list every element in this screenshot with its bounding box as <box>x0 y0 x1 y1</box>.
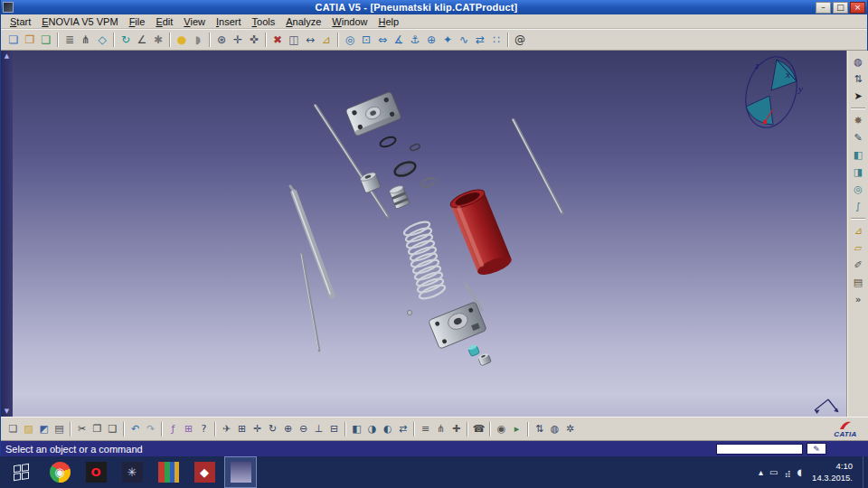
menu-item-edit[interactable]: Edit <box>150 15 178 28</box>
scroll-up-icon[interactable]: ▲ <box>5 52 9 60</box>
clash-analysis-icon[interactable]: ✖ <box>269 32 286 48</box>
fly-mode-icon[interactable]: ✈ <box>219 421 234 436</box>
action-center-icon[interactable]: ▭ <box>769 467 778 477</box>
catia-taskbar-button[interactable] <box>224 456 257 488</box>
media-player-icon[interactable]: ✳ <box>116 456 148 488</box>
vpm-save-icon[interactable]: ❏ <box>5 32 22 48</box>
graph-tree-icon[interactable]: ⋔ <box>78 32 94 48</box>
vpm-open-icon[interactable]: ❐ <box>22 32 38 48</box>
fitting-nut[interactable] <box>477 352 491 366</box>
title-bar[interactable]: CATIA V5 - [Pneumatski klip.CATProduct] … <box>1 0 867 14</box>
options-icon[interactable]: ✲ <box>562 421 578 436</box>
cut-icon[interactable]: ✂ <box>74 421 90 436</box>
shaft-icon[interactable]: ◎ <box>850 181 867 198</box>
browser-icon[interactable]: ◍ <box>547 421 562 436</box>
quick-constraint-icon[interactable]: ✦ <box>439 32 456 48</box>
measure-item-icon[interactable]: ▱ <box>850 239 867 257</box>
opera-icon[interactable]: O <box>80 456 112 488</box>
left-scrollbar[interactable]: ▲ ▼ <box>1 51 13 417</box>
player-icon[interactable]: ▸ <box>509 421 524 436</box>
taskbar-clock[interactable]: 4:10 14.3.2015. <box>808 461 856 483</box>
start-button[interactable] <box>0 456 42 488</box>
show-desktop-button[interactable] <box>863 456 867 488</box>
menu-item-start[interactable]: Start <box>5 15 36 28</box>
scroll-down-icon[interactable]: ▼ <box>5 408 9 415</box>
change-constraint-icon[interactable]: ⇄ <box>472 32 488 48</box>
component-list-icon[interactable]: ◇ <box>94 32 110 48</box>
show-hidden-icons-button[interactable]: ▴ <box>759 467 763 477</box>
enovia-connect-icon[interactable]: ◍ <box>850 53 867 70</box>
degrees-of-freedom-icon[interactable]: ∠ <box>134 32 150 48</box>
offset-constraint-icon[interactable]: ⇔ <box>374 32 391 48</box>
reframe-icon[interactable]: ✚ <box>448 421 464 436</box>
minimize-button[interactable]: – <box>816 2 831 14</box>
isometric-view-icon[interactable]: ◧ <box>349 421 364 436</box>
piston-rod[interactable] <box>290 186 332 296</box>
bottom-end-cap[interactable] <box>429 302 487 350</box>
cylinder-tube[interactable] <box>448 186 514 278</box>
rib-icon[interactable]: ∫ <box>850 198 867 215</box>
compass-origin-handle[interactable] <box>763 120 767 124</box>
pocket-icon[interactable]: ◨ <box>850 164 867 181</box>
formula-icon[interactable]: ƒ <box>165 421 181 436</box>
photo-library-icon[interactable] <box>152 456 184 488</box>
multi-view-icon[interactable]: ⊟ <box>326 421 342 436</box>
maximize-button[interactable]: □ <box>833 2 848 14</box>
fix-together-icon[interactable]: ⊕ <box>423 32 439 48</box>
view-compass[interactable]: z x y <box>738 51 805 134</box>
tie-rod-2[interactable] <box>513 119 562 213</box>
redo-icon[interactable]: ↷ <box>143 421 158 436</box>
menu-item-file[interactable]: File <box>124 15 151 28</box>
data-exchange-icon[interactable]: ⇅ <box>850 70 867 88</box>
command-pad-button[interactable]: ✎ <box>807 443 826 455</box>
graph-icon[interactable]: ≡ <box>418 421 433 436</box>
guide-rod[interactable] <box>301 254 319 351</box>
o-ring-small[interactable] <box>410 143 420 151</box>
vpm-work-icon[interactable]: ❑ <box>38 32 54 48</box>
washer-ring[interactable] <box>420 176 436 188</box>
catia-website-icon[interactable]: @ <box>512 32 528 48</box>
smart-move-icon[interactable]: ✛ <box>230 32 246 48</box>
air-fitting[interactable] <box>467 344 479 357</box>
copy-icon[interactable]: ❐ <box>90 421 105 436</box>
explode-assembly-icon[interactable]: ✸ <box>850 112 867 129</box>
open-icon[interactable]: ▨ <box>21 421 36 436</box>
mechanism-icon[interactable]: ✱ <box>150 32 166 48</box>
hide-show-icon[interactable]: ◐ <box>380 421 395 436</box>
specification-tree-icon[interactable]: ⋔ <box>433 421 448 436</box>
exchange-icon[interactable]: ⇅ <box>532 421 547 436</box>
product-structure-icon[interactable]: ≣ <box>61 32 78 48</box>
update-assembly-icon[interactable]: ↻ <box>118 32 134 48</box>
manipulate-icon[interactable]: ✜ <box>246 32 262 48</box>
render-view-icon[interactable]: ◗ <box>190 32 206 48</box>
fit-all-in-icon[interactable]: ⊞ <box>234 421 250 436</box>
save-icon[interactable]: ◩ <box>36 421 52 436</box>
angle-constraint-icon[interactable]: ∡ <box>391 32 407 48</box>
catalog-browser-icon[interactable]: ▤ <box>850 274 867 291</box>
telephone-support-icon[interactable]: ☎ <box>471 421 486 436</box>
menu-item-enovia-v5-vpm[interactable]: ENOVIA V5 VPM <box>36 15 123 28</box>
menu-item-view[interactable]: View <box>178 15 211 28</box>
more-toolbars-chevron[interactable]: » <box>850 291 867 308</box>
menu-item-help[interactable]: Help <box>373 15 405 28</box>
power-input-field[interactable] <box>716 444 803 455</box>
pdf-reader-icon[interactable]: ◆ <box>188 456 221 488</box>
catia-app-icon[interactable] <box>3 2 14 13</box>
rod-gland[interactable] <box>359 171 381 193</box>
capture-icon[interactable]: ◉ <box>494 421 509 436</box>
pan-icon[interactable]: ✛ <box>250 421 265 436</box>
apply-material-icon[interactable]: ● <box>174 32 190 48</box>
print-icon[interactable]: ▤ <box>52 421 67 436</box>
steel-ball[interactable] <box>407 310 411 314</box>
piston[interactable] <box>389 184 410 209</box>
network-tray-icon[interactable]: ⣴ <box>784 467 790 477</box>
new-document-icon[interactable]: ❏ <box>5 421 21 436</box>
chrome-icon[interactable]: ◉ <box>43 456 76 488</box>
measure-between-icon[interactable]: ⊿ <box>850 222 867 239</box>
sketcher-icon[interactable]: ✎ <box>850 129 867 146</box>
select-arrow-icon[interactable]: ➤ <box>850 88 867 105</box>
anchor-constraint-icon[interactable]: ⚓ <box>407 32 423 48</box>
annotation-icon[interactable]: ✐ <box>850 257 867 274</box>
return-spring[interactable] <box>402 220 447 302</box>
flexible-rigid-icon[interactable]: ∿ <box>456 32 472 48</box>
